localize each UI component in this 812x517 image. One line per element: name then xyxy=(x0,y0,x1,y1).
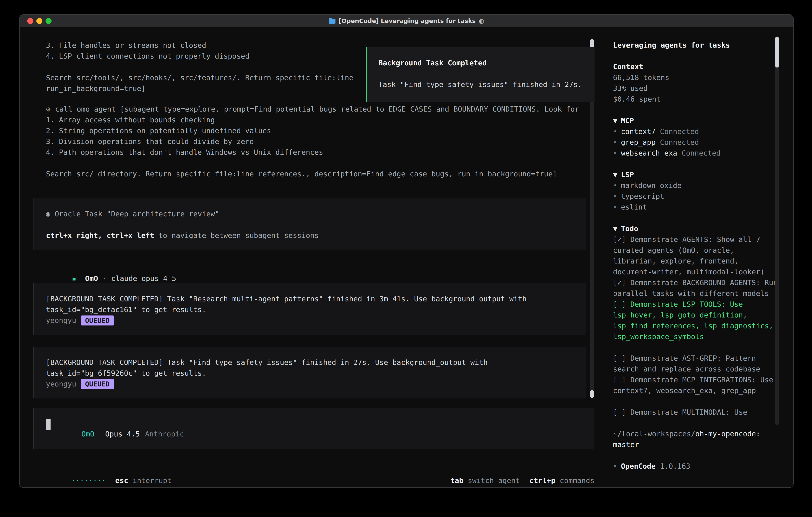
ctrlp-key-label: commands xyxy=(560,477,594,485)
activity-dots-icon: ········ xyxy=(71,477,106,485)
input-provider-name: Anthropic xyxy=(145,430,184,438)
mcp-header-label: MCP xyxy=(621,116,634,125)
todo-item: [✓] Demonstrate AGENTS: Show all 7 curat… xyxy=(613,234,781,277)
zoom-button[interactable] xyxy=(46,18,52,24)
todo-item: [ ] Demonstrate AST-GREP: Pattern search… xyxy=(613,353,781,375)
task-meta-line: yeongyuQUEUED xyxy=(46,315,578,326)
tool-call-block: ⚙call_omo_agent [subagent_type=explore, … xyxy=(46,104,579,179)
todo-item: [ ] Demonstrate MCP INTEGRATIONS: Use co… xyxy=(613,375,781,396)
task-message-line: task_id="bg_dcfac161" to get results. xyxy=(46,304,578,315)
task-user: yeongyu xyxy=(46,316,76,324)
input-meta: OmOOpus 4.5Anthropic xyxy=(47,421,184,446)
mcp-item-name: context7 xyxy=(621,127,656,136)
tab-key-hint: tab xyxy=(451,477,463,485)
mcp-item: •grep_appConnected xyxy=(613,137,781,148)
bullet-icon: • xyxy=(613,149,617,157)
agent-model: claude-opus-4-5 xyxy=(111,274,176,282)
task-message-line: task_id="bg_6f59260c" to get results. xyxy=(46,368,578,379)
ctrlp-key-hint: ctrl+p xyxy=(529,477,555,485)
sidebar-scrollbar-track[interactable] xyxy=(775,36,779,425)
notification-title: Background Task Completed xyxy=(378,58,594,69)
agent-name: OmO xyxy=(85,274,98,282)
todo-item: [ ] Demonstrate LSP TOOLS: Use lsp_hover… xyxy=(613,299,781,342)
task-message-line: [BACKGROUND TASK COMPLETED] Task "Find t… xyxy=(46,357,578,368)
task-meta-line: yeongyuQUEUED xyxy=(46,379,578,389)
spacer-line xyxy=(46,219,578,230)
main-scrollbar-thumb-bottom[interactable] xyxy=(590,390,594,398)
tool-arg-line: 3. Division operations that could divide… xyxy=(46,136,579,147)
sidebar: Leveraging agents for tasks Context 66,5… xyxy=(605,27,793,488)
status-badge: QUEUED xyxy=(81,316,114,325)
lsp-section: ▼LSP •markdown-oxide •typescript •eslint xyxy=(613,169,781,213)
session-title: Leveraging agents for tasks xyxy=(613,40,781,51)
mcp-section-header[interactable]: ▼MCP xyxy=(613,115,781,126)
status-bar: ········escinterrupt tabswitch agentctrl… xyxy=(36,464,594,488)
chat-area: 3. File handles or streams not closed 4.… xyxy=(20,27,605,488)
context-spent: $0.46 spent xyxy=(613,94,781,105)
esc-key-hint: esc xyxy=(115,477,128,485)
bullet-icon: • xyxy=(613,181,617,190)
background-task-panel: [BACKGROUND TASK COMPLETED] Task "Resear… xyxy=(34,283,586,335)
mcp-item-status: Connected xyxy=(682,149,721,157)
fisheye-icon: ◉ xyxy=(46,210,50,218)
bullet-icon: • xyxy=(613,192,617,200)
titlebar[interactable]: [OpenCode] Leveraging agents for tasks ◐ xyxy=(20,15,793,27)
tool-arg-line: 4. Path operations that don't handle Win… xyxy=(46,147,579,158)
oracle-hint-keys: ctrl+x right, ctrl+x left xyxy=(46,231,154,240)
workspace-branch: master xyxy=(613,439,781,450)
traffic-lights xyxy=(27,18,52,24)
status-badge: QUEUED xyxy=(81,379,114,389)
lsp-item: •eslint xyxy=(613,202,781,213)
input-agent-name: OmO xyxy=(81,430,94,438)
context-tokens: 66,518 tokens xyxy=(613,72,781,83)
terminal-window: [OpenCode] Leveraging agents for tasks ◐… xyxy=(19,15,793,488)
bullet-icon: • xyxy=(613,138,617,146)
bullet-icon: • xyxy=(613,462,617,470)
bullet-icon: • xyxy=(613,203,617,211)
sidebar-scrollbar-thumb[interactable] xyxy=(775,36,779,67)
triangle-down-icon: ▼ xyxy=(613,170,617,179)
triangle-down-icon: ▼ xyxy=(613,224,617,233)
mcp-item-status: Connected xyxy=(660,127,699,136)
mcp-section: ▼MCP •context7Connected •grep_appConnect… xyxy=(613,115,781,159)
todo-header-label: Todo xyxy=(621,224,638,233)
close-button[interactable] xyxy=(27,18,33,24)
app-version: 1.0.163 xyxy=(660,462,690,470)
task-message-line: [BACKGROUND TASK COMPLETED] Task "Resear… xyxy=(46,294,578,304)
lsp-item-name: typescript xyxy=(621,192,664,200)
log-line: Search src/tools/, src/hooks/, src/featu… xyxy=(46,72,353,83)
esc-key-label: interrupt xyxy=(133,477,172,485)
log-line: run_in_background=true] xyxy=(46,83,353,94)
task-user: yeongyu xyxy=(46,380,76,388)
todo-item: [✓] Demonstrate BACKGROUND AGENTS: Run p… xyxy=(613,277,781,299)
mcp-item: •context7Connected xyxy=(613,126,781,137)
todo-section-header[interactable]: ▼Todo xyxy=(613,223,781,234)
background-task-panel: [BACKGROUND TASK COMPLETED] Task "Find t… xyxy=(34,347,586,399)
oracle-hint-text: to navigate between subagent sessions xyxy=(154,231,319,240)
context-section: Context 66,518 tokens 33% used $0.46 spe… xyxy=(613,61,781,105)
mcp-item-name: websearch_exa xyxy=(621,149,677,157)
prompt-input[interactable]: OmOOpus 4.5Anthropic xyxy=(34,408,594,450)
tool-arg-line: 1. Array access without bounds checking xyxy=(46,114,579,125)
app-name: OpenCode xyxy=(621,462,656,470)
agent-icon: ▣ xyxy=(72,274,76,282)
todo-item: [ ] Demonstrate MULTIMODAL: Use xyxy=(613,407,781,418)
half-moon-icon: ◐ xyxy=(479,18,484,24)
tool-arg-line: Search src/ directory. Return specific f… xyxy=(46,168,579,179)
oracle-hint-line: ctrl+x right, ctrl+x left to navigate be… xyxy=(46,230,578,241)
context-header: Context xyxy=(613,61,781,72)
window-title: [OpenCode] Leveraging agents for tasks ◐ xyxy=(329,18,484,24)
chat-log-top: 3. File handles or streams not closed 4.… xyxy=(46,40,353,94)
notification-toast: Background Task Completed Task "Find typ… xyxy=(366,47,594,102)
mcp-item-name: grep_app xyxy=(621,138,656,146)
oracle-task-panel: ◉Oracle Task "Deep architecture review" … xyxy=(34,198,586,250)
notification-body: Task "Find type safety issues" finished … xyxy=(378,79,594,90)
mcp-item-status: Connected xyxy=(660,138,699,146)
mcp-item: •websearch_exaConnected xyxy=(613,148,781,159)
tool-call-text: call_omo_agent [subagent_type=explore, p… xyxy=(55,105,579,113)
context-used: 33% used xyxy=(613,83,781,94)
minimize-button[interactable] xyxy=(36,18,42,24)
workspace-path-prefix: ~/local-workspaces/ xyxy=(613,430,695,438)
lsp-section-header[interactable]: ▼LSP xyxy=(613,169,781,180)
workspace-path: ~/local-workspaces/oh-my-opencode: maste… xyxy=(613,429,781,450)
